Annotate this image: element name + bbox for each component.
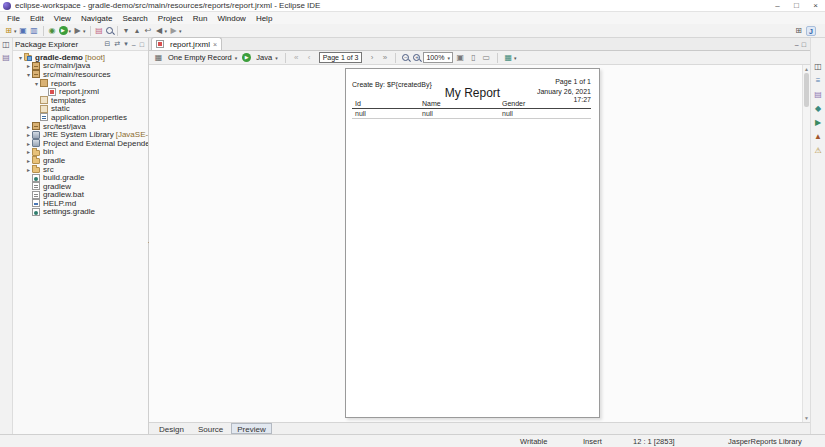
open-view-icon[interactable]: ▤ (2, 53, 10, 62)
tree-item[interactable]: ▸src (13, 165, 148, 174)
tree-collapsed-arrow-icon[interactable]: ▸ (25, 123, 32, 130)
view-menu-icon[interactable]: ▾ (122, 40, 130, 48)
zoom-out-icon[interactable]: – (401, 52, 410, 64)
menu-edit[interactable]: Edit (25, 14, 49, 23)
fit-page-icon[interactable]: ▯ (468, 52, 479, 64)
tree-collapsed-arrow-icon[interactable]: ▸ (25, 62, 32, 69)
next-page-icon[interactable]: › (366, 52, 377, 64)
scroll-up-icon[interactable]: ▲ (803, 66, 810, 72)
ant-icon[interactable]: ▲ (814, 132, 822, 141)
dropdown-arrow-icon[interactable]: ▾ (69, 28, 72, 34)
language-select[interactable]: Java▾ (254, 53, 279, 62)
maximize-view-icon[interactable]: □ (138, 41, 146, 48)
last-page-icon[interactable]: » (379, 52, 390, 64)
menu-window[interactable]: Window (212, 14, 250, 23)
menu-navigate[interactable]: Navigate (76, 14, 118, 23)
restore-view-icon[interactable]: ◫ (814, 62, 822, 71)
menu-run[interactable]: Run (188, 14, 213, 23)
gradle-executions-icon[interactable]: ▶ (815, 118, 821, 127)
save-icon[interactable]: ▣ (18, 25, 29, 37)
run-icon[interactable]: ▶▾ (58, 25, 73, 37)
dropdown-arrow-icon[interactable]: ▾ (275, 55, 278, 61)
search-icon[interactable] (105, 25, 114, 37)
collapse-all-icon[interactable]: ⊟ (103, 40, 113, 48)
tree-item[interactable]: static (13, 105, 148, 114)
tree-item[interactable]: application.properties (13, 113, 148, 122)
tree-item[interactable]: ▸src/test/java (13, 122, 148, 131)
tree-item[interactable]: report.jrxml (13, 87, 148, 96)
tree-collapsed-arrow-icon[interactable]: ▸ (25, 157, 32, 164)
minimize-icon[interactable]: – (768, 0, 787, 11)
tree-item[interactable]: ▾reports (13, 79, 148, 88)
tree-item[interactable]: ▸bin (13, 148, 148, 157)
annotation-previous-icon[interactable]: ▴ (132, 25, 143, 37)
preview-vertical-scrollbar[interactable]: ▲ ▼ (802, 65, 810, 422)
dropdown-arrow-icon[interactable]: ▾ (14, 28, 17, 34)
maximize-editor-icon[interactable]: □ (802, 41, 806, 48)
scrollbar-thumb[interactable] (804, 73, 809, 107)
tree-collapsed-arrow-icon[interactable]: ▸ (25, 140, 32, 147)
scroll-down-icon[interactable]: ▼ (803, 415, 810, 421)
tree-expanded-arrow-icon[interactable]: ▾ (17, 54, 24, 61)
forward-icon[interactable]: ▶▾ (168, 25, 183, 37)
dropdown-arrow-icon[interactable]: ▾ (514, 55, 517, 61)
dropdown-arrow-icon[interactable]: ▾ (447, 55, 450, 61)
annotation-next-icon[interactable]: ▾ (121, 25, 132, 37)
last-edit-location-icon[interactable]: ↩ (143, 25, 154, 37)
debug-icon[interactable]: ◉ (47, 25, 58, 37)
open-perspective-icon[interactable]: ⊞ (793, 25, 804, 37)
tree-expanded-arrow-icon[interactable]: ▾ (33, 80, 40, 87)
record-source-select[interactable]: One Empty Record▾ (166, 53, 239, 62)
tree-item[interactable]: ▸JRE System Library[JavaSE-11] (13, 130, 148, 139)
dropdown-arrow-icon[interactable]: ▾ (179, 28, 182, 34)
tree-item[interactable]: templates (13, 96, 148, 105)
problems-icon[interactable]: ⚠ (814, 146, 821, 155)
menu-file[interactable]: File (2, 14, 25, 23)
tab-design[interactable]: Design (153, 423, 190, 434)
dropdown-arrow-icon[interactable]: ▾ (83, 28, 86, 34)
tree-item[interactable]: ▸Project and External Dependencies (13, 139, 148, 148)
outline-icon[interactable]: ≡ (816, 76, 821, 85)
link-with-editor-icon[interactable]: ⇄ (112, 40, 122, 48)
menu-help[interactable]: Help (251, 14, 277, 23)
close-icon[interactable]: × (806, 0, 825, 11)
tree-item[interactable]: ▾gradle-demo[boot] (13, 53, 148, 62)
close-tab-icon[interactable]: × (213, 41, 217, 48)
first-page-icon[interactable]: « (291, 52, 302, 64)
zoom-level-select[interactable]: 100%▾ (423, 52, 452, 63)
menu-view[interactable]: View (49, 14, 76, 23)
previous-page-icon[interactable]: ‹ (304, 52, 315, 64)
run-preview-icon[interactable]: ▶ (241, 52, 252, 64)
new-report-wizard-icon[interactable]: ▤ (94, 25, 105, 37)
tree-item[interactable]: gradlew (13, 182, 148, 191)
menu-search[interactable]: Search (117, 14, 152, 23)
back-icon[interactable]: ◀▾ (154, 25, 169, 37)
tree-expanded-arrow-icon[interactable]: ▾ (25, 71, 32, 78)
actual-size-icon[interactable]: ▣ (455, 52, 466, 64)
tree-collapsed-arrow-icon[interactable]: ▸ (25, 131, 32, 138)
tab-source[interactable]: Source (192, 423, 229, 434)
tree-collapsed-arrow-icon[interactable]: ▸ (25, 166, 32, 173)
save-all-icon[interactable]: ▥ (29, 25, 40, 37)
zoom-in-icon[interactable]: + (412, 52, 421, 64)
tree-item[interactable]: gradlew.bat (13, 191, 148, 200)
tree-item[interactable]: HELP.md (13, 199, 148, 208)
tree-item[interactable]: ▸gradle (13, 156, 148, 165)
fit-width-icon[interactable]: ▭ (481, 52, 492, 64)
preview-settings-icon[interactable]: ▦ (153, 52, 164, 64)
menu-project[interactable]: Project (153, 14, 188, 23)
tree-collapsed-arrow-icon[interactable]: ▸ (25, 148, 32, 155)
tree-item[interactable]: ▾src/main/resources (13, 70, 148, 79)
new-wizard-icon[interactable]: ⊞▾ (3, 25, 18, 37)
dropdown-arrow-icon[interactable]: ▾ (235, 55, 238, 61)
minimize-editor-icon[interactable]: – (795, 41, 799, 48)
tab-preview[interactable]: Preview (231, 423, 271, 434)
task-list-icon[interactable]: ▤ (814, 90, 822, 99)
tree-item[interactable]: settings.gradle (13, 208, 148, 217)
tree-item[interactable]: build.gradle (13, 173, 148, 182)
tree-item[interactable]: ▸src/main/java (13, 62, 148, 71)
external-tools-icon[interactable]: ▶▾ (72, 25, 87, 37)
dropdown-arrow-icon[interactable]: ▾ (165, 28, 168, 34)
gradle-tasks-icon[interactable]: ◆ (815, 104, 821, 113)
export-image-icon[interactable]: ▦▾ (503, 52, 518, 64)
